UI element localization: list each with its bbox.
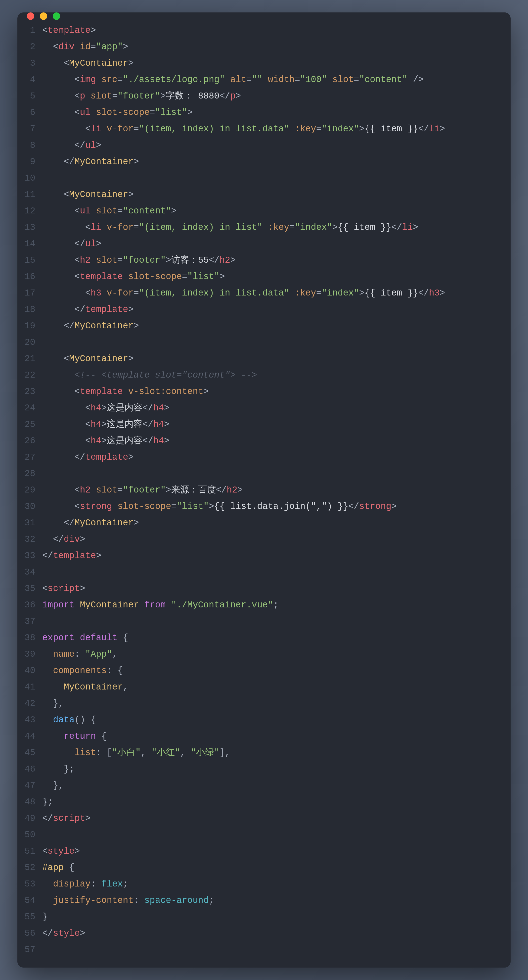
code-line[interactable]: <h2 slot="footer">来源：百度</h2> bbox=[42, 482, 511, 498]
code-line[interactable]: export default { bbox=[42, 630, 511, 646]
code-line[interactable]: }, bbox=[42, 695, 511, 712]
code-line[interactable]: <h4>这是内容</h4> bbox=[42, 416, 511, 433]
line-number: 1 bbox=[17, 22, 35, 39]
code-line[interactable] bbox=[42, 942, 511, 958]
code-line[interactable]: <h2 slot="footer">访客：55</h2> bbox=[42, 252, 511, 269]
code-line[interactable]: <template v-slot:content> bbox=[42, 383, 511, 400]
code-line[interactable] bbox=[42, 564, 511, 581]
line-number: 56 bbox=[17, 925, 35, 942]
code-line[interactable]: <!-- <template slot="content"> --> bbox=[42, 367, 511, 383]
code-line[interactable]: <li v-for="(item, index) in list" :key="… bbox=[42, 220, 511, 236]
code-line[interactable]: }, bbox=[42, 778, 511, 794]
code-line[interactable]: <p slot="footer">字数： 8880</p> bbox=[42, 88, 511, 105]
code-line[interactable]: components: { bbox=[42, 663, 511, 679]
line-number: 29 bbox=[17, 482, 35, 498]
code-line[interactable]: </style> bbox=[42, 925, 511, 942]
code-line[interactable]: <li v-for="(item, index) in list.data" :… bbox=[42, 121, 511, 137]
line-number: 45 bbox=[17, 745, 35, 761]
line-number: 14 bbox=[17, 236, 35, 252]
code-line[interactable]: MyContainer, bbox=[42, 679, 511, 695]
zoom-icon[interactable] bbox=[53, 13, 60, 20]
minimize-icon[interactable] bbox=[40, 13, 47, 20]
code-line[interactable]: </MyContainer> bbox=[42, 318, 511, 334]
code-line[interactable]: <MyContainer> bbox=[42, 351, 511, 367]
close-icon[interactable] bbox=[27, 13, 34, 20]
code-line[interactable] bbox=[42, 466, 511, 482]
line-number: 46 bbox=[17, 761, 35, 778]
line-number: 48 bbox=[17, 794, 35, 810]
line-number: 28 bbox=[17, 466, 35, 482]
code-editor[interactable]: 1234567891011121314151617181920212223242… bbox=[17, 20, 511, 967]
line-number: 12 bbox=[17, 203, 35, 220]
line-number: 43 bbox=[17, 712, 35, 728]
code-line[interactable]: </MyContainer> bbox=[42, 154, 511, 170]
code-line[interactable]: <img src="./assets/logo.png" alt="" widt… bbox=[42, 72, 511, 88]
code-line[interactable]: #app { bbox=[42, 860, 511, 876]
code-line[interactable] bbox=[42, 334, 511, 351]
code-line[interactable]: import MyContainer from "./MyContainer.v… bbox=[42, 597, 511, 613]
code-line[interactable]: return { bbox=[42, 728, 511, 745]
line-number: 17 bbox=[17, 285, 35, 301]
code-line[interactable] bbox=[42, 613, 511, 630]
code-line[interactable]: name: "App", bbox=[42, 646, 511, 663]
code-line[interactable]: <template> bbox=[42, 22, 511, 39]
code-line[interactable]: <div id="app"> bbox=[42, 39, 511, 55]
code-line[interactable]: <h4>这是内容</h4> bbox=[42, 433, 511, 449]
line-number-gutter: 1234567891011121314151617181920212223242… bbox=[17, 22, 42, 958]
code-line[interactable]: </ul> bbox=[42, 137, 511, 154]
line-number: 4 bbox=[17, 72, 35, 88]
code-line[interactable]: }; bbox=[42, 794, 511, 810]
code-line[interactable]: <ul slot="content"> bbox=[42, 203, 511, 220]
line-number: 10 bbox=[17, 170, 35, 186]
code-line[interactable]: </template> bbox=[42, 301, 511, 318]
code-area[interactable]: <template> <div id="app"> <MyContainer> … bbox=[42, 22, 511, 958]
code-line[interactable]: data() { bbox=[42, 712, 511, 728]
code-line[interactable]: </script> bbox=[42, 810, 511, 827]
line-number: 6 bbox=[17, 105, 35, 121]
line-number: 44 bbox=[17, 728, 35, 745]
code-line[interactable]: } bbox=[42, 909, 511, 925]
line-number: 30 bbox=[17, 498, 35, 515]
code-line[interactable]: <style> bbox=[42, 843, 511, 860]
line-number: 53 bbox=[17, 876, 35, 892]
code-line[interactable]: <MyContainer> bbox=[42, 186, 511, 203]
code-line[interactable]: }; bbox=[42, 761, 511, 778]
code-line[interactable]: </template> bbox=[42, 449, 511, 466]
line-number: 5 bbox=[17, 88, 35, 105]
line-number: 51 bbox=[17, 843, 35, 860]
line-number: 33 bbox=[17, 548, 35, 564]
code-line[interactable]: </template> bbox=[42, 548, 511, 564]
line-number: 36 bbox=[17, 597, 35, 613]
line-number: 24 bbox=[17, 400, 35, 416]
line-number: 49 bbox=[17, 810, 35, 827]
line-number: 40 bbox=[17, 663, 35, 679]
line-number: 50 bbox=[17, 827, 35, 843]
code-line[interactable]: </ul> bbox=[42, 236, 511, 252]
line-number: 55 bbox=[17, 909, 35, 925]
line-number: 47 bbox=[17, 778, 35, 794]
code-line[interactable]: <MyContainer> bbox=[42, 55, 511, 72]
code-line[interactable]: <ul slot-scope="list"> bbox=[42, 105, 511, 121]
code-line[interactable]: list: ["小白", "小红", "小绿"], bbox=[42, 745, 511, 761]
line-number: 20 bbox=[17, 334, 35, 351]
code-line[interactable]: <script> bbox=[42, 581, 511, 597]
line-number: 13 bbox=[17, 220, 35, 236]
code-line[interactable]: justify-content: space-around; bbox=[42, 892, 511, 909]
code-line[interactable]: </MyContainer> bbox=[42, 515, 511, 531]
code-line[interactable]: <h3 v-for="(item, index) in list.data" :… bbox=[42, 285, 511, 301]
code-line[interactable]: display: flex; bbox=[42, 876, 511, 892]
line-number: 35 bbox=[17, 581, 35, 597]
line-number: 52 bbox=[17, 860, 35, 876]
editor-window: 1234567891011121314151617181920212223242… bbox=[17, 13, 511, 967]
line-number: 3 bbox=[17, 55, 35, 72]
code-line[interactable]: <h4>这是内容</h4> bbox=[42, 400, 511, 416]
line-number: 25 bbox=[17, 416, 35, 433]
code-line[interactable]: </div> bbox=[42, 531, 511, 548]
code-line[interactable]: <template slot-scope="list"> bbox=[42, 269, 511, 285]
line-number: 23 bbox=[17, 383, 35, 400]
code-line[interactable]: <strong slot-scope="list">{{ list.data.j… bbox=[42, 498, 511, 515]
code-line[interactable] bbox=[42, 827, 511, 843]
line-number: 27 bbox=[17, 449, 35, 466]
code-line[interactable] bbox=[42, 170, 511, 186]
line-number: 31 bbox=[17, 515, 35, 531]
